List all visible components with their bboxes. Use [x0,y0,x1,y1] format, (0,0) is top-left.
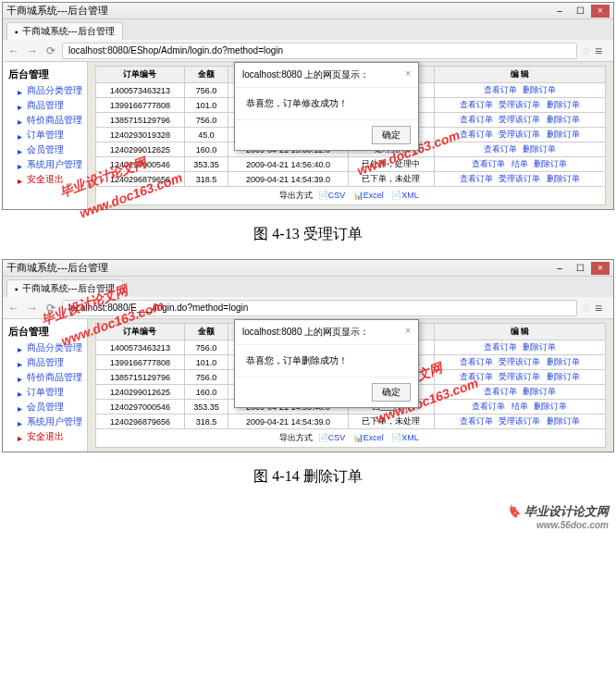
action-link[interactable]: 受理该订单 [499,115,540,124]
browser-tab[interactable]: ▪ 干商城系统---后台管理 [6,22,123,40]
action-link[interactable]: 删除订单 [523,342,556,352]
bookmark-icon[interactable]: ☆ [581,44,591,57]
action-link[interactable]: 查看订单 [472,402,505,411]
sidebar-item[interactable]: ▸订单管理 [5,128,85,142]
dialog-footer: 确定 [235,377,418,407]
figure-caption-1: 图 4-13 受理订单 [0,212,616,257]
order-date: 2009-04-21 14:54:39.0 [228,172,349,187]
action-link[interactable]: 删除订单 [523,144,556,154]
action-link[interactable]: 结单 [511,159,528,168]
close-button[interactable]: × [591,5,610,18]
sidebar-item[interactable]: ▸商品分类管理 [5,340,85,355]
folder-icon: ▸ [18,403,25,411]
address-bar: ← → ⟳ ☆ ≡ [3,297,613,319]
action-link[interactable]: 受理该订单 [499,357,540,366]
maximize-button[interactable]: ☐ [571,262,589,275]
forward-button[interactable]: → [25,301,40,316]
menu-icon[interactable]: ≡ [595,43,610,58]
sidebar-item[interactable]: ▸系统用户管理 [5,415,85,429]
order-id: 1399166777808 [96,98,185,113]
back-button[interactable]: ← [6,43,21,58]
action-link[interactable]: 查看订单 [460,372,493,381]
action-link[interactable]: 受理该订单 [499,372,540,381]
action-link[interactable]: 删除订单 [534,159,567,168]
sidebar-item[interactable]: ▸安全退出 [5,429,85,444]
action-link[interactable]: 查看订单 [484,387,517,396]
action-link[interactable]: 删除订单 [534,402,567,411]
action-link[interactable]: 查看订单 [460,357,493,366]
sidebar-item[interactable]: ▸会员管理 [5,142,85,157]
dialog-ok-button[interactable]: 确定 [372,126,411,144]
action-link[interactable]: 查看订单 [460,100,493,109]
action-link[interactable]: 删除订单 [547,174,580,183]
sidebar-item[interactable]: ▸系统用户管理 [5,157,85,172]
export-xml[interactable]: 📄XML [391,433,419,442]
order-amount: 756.0 [184,340,228,355]
action-link[interactable]: 查看订单 [472,159,505,168]
dialog-ok-button[interactable]: 确定 [372,383,411,402]
action-link[interactable]: 查看订单 [484,144,517,154]
sidebar: 后台管理 ▸商品分类管理▸商品管理▸特价商品管理▸订单管理▸会员管理▸系统用户管… [3,62,88,209]
sidebar-item[interactable]: ▸会员管理 [5,400,85,415]
export-csv[interactable]: 📄CSV [318,433,346,442]
sidebar-item[interactable]: ▸特价商品管理 [5,370,85,385]
export-excel[interactable]: 📊Excel [353,191,384,200]
action-link[interactable]: 删除订单 [523,85,556,94]
action-link[interactable]: 查看订单 [484,85,517,94]
url-input[interactable] [62,300,577,316]
order-id: 1240297000546 [96,400,185,415]
export-excel[interactable]: 📊Excel [353,433,384,442]
action-link[interactable]: 受理该订单 [499,174,540,183]
action-link[interactable]: 受理该订单 [499,100,540,109]
url-input[interactable] [62,43,577,59]
action-link[interactable]: 受理该订单 [499,416,540,426]
export-xml[interactable]: 📄XML [391,191,419,200]
action-link[interactable]: 查看订单 [460,174,493,183]
sidebar-item[interactable]: ▸商品分类管理 [5,83,85,98]
sidebar-item[interactable]: ▸商品管理 [5,98,85,113]
action-link[interactable]: 查看订单 [484,342,517,352]
title-bar: 干商城系统---后台管理 – ☐ × [3,260,613,277]
sidebar-item[interactable]: ▸订单管理 [5,385,85,400]
sidebar-item[interactable]: ▸特价商品管理 [5,113,85,128]
order-id: 1385715129796 [96,370,185,385]
minimize-button[interactable]: – [550,5,569,18]
export-label: 导出方式 [279,433,313,442]
order-id: 1240299012625 [96,385,185,400]
action-link[interactable]: 受理该订单 [499,130,540,139]
order-actions: 查看订单 受理该订单 删除订单 [434,113,605,128]
action-link[interactable]: 查看订单 [460,416,493,426]
forward-button[interactable]: → [25,43,40,58]
sidebar-item[interactable]: ▸安全退出 [5,172,85,187]
minimize-button[interactable]: – [550,262,569,275]
close-button[interactable]: × [591,262,610,275]
back-button[interactable]: ← [6,301,21,316]
action-link[interactable]: 查看订单 [460,130,493,139]
order-amount: 101.0 [184,98,228,113]
bookmark-icon[interactable]: ☆ [581,302,591,315]
screenshot-2: 干商城系统---后台管理 – ☐ × ▪ 干商城系统---后台管理 ← → ⟳ … [2,259,614,452]
order-id: 1240297000546 [96,157,185,172]
action-link[interactable]: 删除订单 [547,416,580,426]
action-link[interactable]: 删除订单 [547,100,580,109]
action-link[interactable]: 查看订单 [460,115,493,124]
browser-tab[interactable]: ▪ 干商城系统---后台管理 [6,279,123,297]
figure-caption-2: 图 4-14 删除订单 [0,454,616,500]
dialog-close-icon[interactable]: × [405,68,411,81]
export-label: 导出方式 [279,191,313,200]
action-link[interactable]: 删除订单 [547,130,580,139]
export-csv[interactable]: 📄CSV [318,191,346,200]
sidebar-item[interactable]: ▸商品管理 [5,355,85,370]
column-header: 金额 [184,67,228,83]
action-link[interactable]: 删除订单 [547,372,580,381]
action-link[interactable]: 删除订单 [523,387,556,396]
action-link[interactable]: 删除订单 [547,357,580,366]
menu-icon[interactable]: ≡ [595,301,610,316]
reload-button[interactable]: ⟳ [43,301,58,316]
action-link[interactable]: 结单 [511,402,528,411]
order-amount: 353.35 [184,157,228,172]
maximize-button[interactable]: ☐ [571,5,589,18]
action-link[interactable]: 删除订单 [547,115,580,124]
reload-button[interactable]: ⟳ [43,43,58,58]
dialog-close-icon[interactable]: × [405,326,411,339]
